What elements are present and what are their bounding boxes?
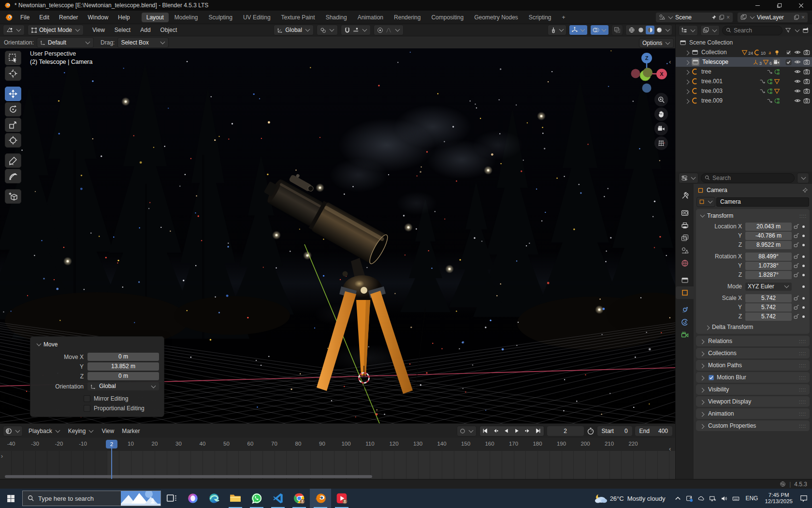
- weather-condition[interactable]: Mostly cloudy: [627, 495, 666, 502]
- editor-type-button[interactable]: [3, 25, 25, 35]
- workspace-tab-compositing[interactable]: Compositing: [426, 13, 468, 22]
- play-button[interactable]: [512, 426, 522, 436]
- panel-custom-properties[interactable]: Custom Properties::::: [696, 420, 810, 431]
- menu-edit[interactable]: Edit: [34, 11, 54, 24]
- maximize-button[interactable]: [768, 0, 790, 11]
- move-operator-panel[interactable]: Move Move X0 mY13.852 mZ0 m Orientation …: [30, 336, 164, 417]
- properties-search-input[interactable]: Search: [701, 173, 795, 183]
- panel-motion-paths[interactable]: Motion Paths::::: [696, 360, 810, 371]
- menu-render[interactable]: Render: [54, 11, 83, 24]
- gizmo-center[interactable]: [643, 68, 652, 77]
- y-field[interactable]: -40.786 m: [745, 232, 792, 240]
- timeline-channel-expand-icon[interactable]: ›: [1, 453, 3, 460]
- timeline-menu-keying[interactable]: Keying: [64, 424, 98, 438]
- y-field[interactable]: 5.742: [745, 303, 792, 312]
- outliner-display-mode-button[interactable]: [700, 25, 720, 36]
- menu-file[interactable]: File: [15, 11, 34, 24]
- collection-checkbox[interactable]: [785, 59, 792, 65]
- keyframe-dot[interactable]: [802, 225, 805, 228]
- tool-measure-button[interactable]: [5, 169, 21, 183]
- tool-rotate-button[interactable]: [5, 102, 21, 117]
- properties-tab-view-layer[interactable]: [676, 232, 694, 244]
- properties-tab-physics[interactable]: [676, 303, 694, 316]
- gizmo-neg-z-handle[interactable]: [642, 84, 652, 93]
- snap-controls[interactable]: [341, 25, 371, 35]
- lock-open-icon[interactable]: [793, 242, 799, 248]
- properties-tab-render[interactable]: [676, 207, 694, 219]
- tool-annotate-button[interactable]: [5, 153, 21, 168]
- taskbar-app-task-view[interactable]: [161, 489, 182, 508]
- new-collection-icon[interactable]: [802, 27, 809, 34]
- workspace-tab-modeling[interactable]: Modeling: [170, 13, 203, 22]
- shading-rendered-button[interactable]: [655, 26, 664, 34]
- default-orientation-dropdown[interactable]: Default: [37, 37, 94, 48]
- viewport-menu-select[interactable]: Select: [110, 24, 135, 36]
- outliner-row-tree.001[interactable]: tree.001: [676, 76, 812, 86]
- outliner-row-tree.009[interactable]: tree.009: [676, 96, 812, 105]
- current-frame-field[interactable]: 2: [547, 426, 584, 436]
- tool-transform-button[interactable]: [5, 133, 21, 148]
- tool-add-cube-button[interactable]: [5, 189, 21, 204]
- toggle-show-overlays[interactable]: [590, 25, 609, 35]
- keyframe-dot[interactable]: [802, 274, 805, 276]
- filter-icon[interactable]: [785, 27, 791, 33]
- outliner-row-tree.003[interactable]: tree.003: [676, 86, 812, 96]
- keyframe-dot[interactable]: [802, 255, 805, 258]
- rotation-mode-dropdown[interactable]: XYZ Euler: [745, 283, 792, 291]
- taskbar-app-edge[interactable]: [203, 489, 225, 508]
- taskbar-clock[interactable]: 7:45 PM 12/13/2025: [762, 492, 796, 505]
- timeline-editor-button[interactable]: [3, 426, 23, 436]
- properties-options-button[interactable]: [797, 173, 809, 183]
- outliner-row-tree[interactable]: tree: [676, 67, 812, 76]
- taskbar-app-explorer[interactable]: [225, 489, 246, 508]
- camera-icon[interactable]: [803, 59, 810, 65]
- mode-selector[interactable]: Object Mode: [28, 25, 84, 35]
- outliner-search-input[interactable]: Search: [722, 26, 783, 35]
- move-orientation-dropdown[interactable]: Global: [87, 382, 159, 390]
- eye-icon[interactable]: [794, 88, 801, 94]
- proportional-editing-controls[interactable]: [374, 25, 404, 35]
- lock-open-icon[interactable]: [793, 304, 799, 310]
- disclosure-icon[interactable]: [685, 89, 690, 94]
- new-scene-icon[interactable]: [719, 15, 725, 20]
- keyframe-dot[interactable]: [802, 297, 805, 299]
- timeline-collapse-arrow[interactable]: ‹: [669, 445, 671, 452]
- pin-icon[interactable]: [711, 15, 717, 20]
- keyframe-dot[interactable]: [802, 285, 805, 288]
- tool-scale-button[interactable]: [5, 118, 21, 132]
- jump-first-button[interactable]: [480, 426, 491, 436]
- transform-orientation-selector[interactable]: Global: [274, 25, 314, 35]
- timeline-ruler[interactable]: -40-30-20-101020304050607080901001101201…: [0, 438, 675, 451]
- lock-open-icon[interactable]: [793, 314, 799, 319]
- panel-animation[interactable]: Animation::::: [696, 408, 810, 419]
- properties-tab-object-data[interactable]: [676, 329, 694, 341]
- taskbar-app-media-player[interactable]: [331, 489, 352, 508]
- panel-visibility[interactable]: Visibility::::: [696, 384, 810, 395]
- eye-icon[interactable]: [794, 49, 801, 56]
- add-workspace-button[interactable]: +: [557, 13, 570, 22]
- panel-drag-dots[interactable]: ::::: [799, 399, 806, 404]
- workspace-tab-texture-paint[interactable]: Texture Paint: [276, 13, 320, 22]
- eye-icon[interactable]: [794, 78, 801, 85]
- toggle-object-visibility[interactable]: [548, 25, 566, 35]
- timeline-menu-playback[interactable]: Playback: [25, 424, 64, 438]
- toggle-show-gizmos[interactable]: [569, 25, 588, 35]
- eye-icon[interactable]: [794, 97, 801, 104]
- panel-collections[interactable]: Collections::::: [696, 348, 810, 359]
- frame-start-field[interactable]: Start0: [597, 426, 632, 436]
- object-id-selector[interactable]: [696, 197, 715, 207]
- menu-window[interactable]: Window: [83, 11, 113, 24]
- outliner-root-row[interactable]: Scene Collection: [676, 38, 812, 47]
- properties-tab-collection[interactable]: [676, 274, 694, 286]
- properties-breadcrumb[interactable]: Camera: [707, 187, 727, 194]
- z-field[interactable]: 8.9522 m: [745, 241, 792, 249]
- properties-tab-scene[interactable]: [676, 244, 694, 257]
- play-rev-button[interactable]: [501, 426, 512, 436]
- tool-move-button[interactable]: [5, 87, 21, 101]
- properties-tab-object[interactable]: [676, 286, 694, 299]
- language-indicator[interactable]: ENG: [745, 495, 758, 502]
- workspace-tab-geometry-nodes[interactable]: Geometry Nodes: [469, 13, 523, 22]
- keyframe-dot[interactable]: [802, 265, 805, 267]
- jump-last-button[interactable]: [533, 426, 544, 436]
- viewport-zoom-button[interactable]: [654, 93, 668, 106]
